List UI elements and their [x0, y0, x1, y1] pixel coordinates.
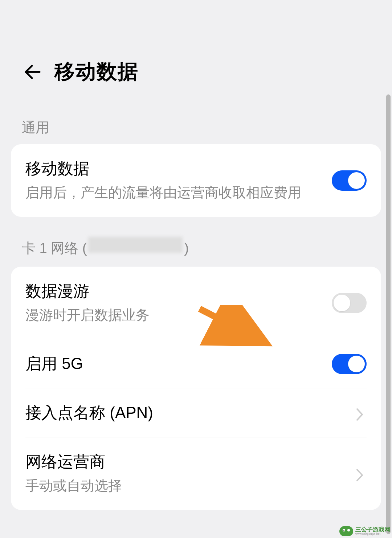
mobile-data-text: 移动数据 启用后，产生的流量将由运营商收取相应费用: [25, 158, 332, 203]
page-header: 移动数据: [0, 0, 392, 104]
general-section-label: 通用: [0, 104, 392, 144]
sim1-section-label: 卡 1 网络 ( ): [0, 217, 392, 267]
watermark-name: 三公子游戏网: [355, 527, 390, 533]
mobile-data-desc: 启用后，产生的流量将由运营商收取相应费用: [25, 182, 324, 203]
page-title: 移动数据: [54, 58, 139, 86]
carrier-text: 网络运营商 手动或自动选择: [25, 451, 356, 496]
watermark-url: www.sangongzi.net: [355, 533, 390, 535]
data-roaming-row[interactable]: 数据漫游 漫游时开启数据业务: [11, 267, 381, 339]
carrier-chevron: [356, 468, 367, 479]
back-button[interactable]: [22, 62, 42, 82]
apn-title: 接入点名称 (APN): [25, 402, 348, 424]
sim1-label-suffix: ): [184, 240, 189, 256]
back-arrow-icon: [23, 63, 41, 81]
mobile-data-row[interactable]: 移动数据 启用后，产生的流量将由运营商收取相应费用: [11, 144, 381, 217]
scrollbar[interactable]: [386, 94, 391, 534]
enable-5g-text: 启用 5G: [25, 353, 332, 375]
mobile-data-toggle[interactable]: [332, 170, 367, 191]
data-roaming-toggle[interactable]: [332, 293, 367, 313]
carrier-desc: 手动或自动选择: [25, 476, 348, 496]
sim1-label-prefix: 卡 1 网络 (: [22, 239, 87, 258]
chevron-right-icon: [356, 408, 364, 421]
carrier-row[interactable]: 网络运营商 手动或自动选择: [11, 437, 381, 510]
apn-text: 接入点名称 (APN): [25, 402, 356, 424]
mobile-data-title: 移动数据: [25, 158, 324, 179]
enable-5g-toggle[interactable]: [332, 354, 367, 374]
apn-row[interactable]: 接入点名称 (APN): [11, 388, 381, 437]
general-card: 移动数据 启用后，产生的流量将由运营商收取相应费用: [11, 144, 381, 217]
apn-chevron: [356, 408, 367, 418]
watermark-logo-icon: [339, 526, 353, 536]
carrier-title: 网络运营商: [25, 451, 348, 473]
sim1-carrier-redacted: [88, 237, 183, 253]
enable-5g-row[interactable]: 启用 5G: [11, 339, 381, 388]
enable-5g-title: 启用 5G: [25, 353, 324, 375]
watermark: 三公子游戏网 www.sangongzi.net: [339, 526, 390, 536]
data-roaming-text: 数据漫游 漫游时开启数据业务: [25, 280, 332, 325]
data-roaming-title: 数据漫游: [25, 280, 324, 302]
data-roaming-desc: 漫游时开启数据业务: [25, 305, 324, 325]
sim1-card: 数据漫游 漫游时开启数据业务 启用 5G 接入点名称 (APN) 网络运营商 手…: [11, 267, 381, 510]
chevron-right-icon: [356, 468, 364, 482]
